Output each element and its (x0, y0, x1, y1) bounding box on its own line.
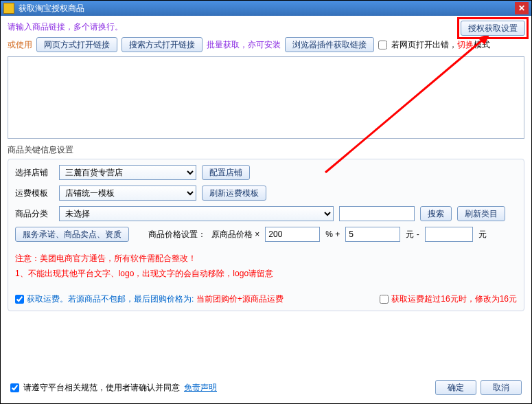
auth-settings-button[interactable]: 授权获取设置 (461, 21, 525, 36)
batch-label: 批量获取，亦可安装 (207, 39, 281, 51)
titlebar: 获取淘宝授权商品 ✕ (1, 1, 531, 16)
open-web-button[interactable]: 网页方式打开链接 (36, 37, 117, 52)
config-shop-button[interactable]: 配置店铺 (202, 165, 250, 180)
app-icon (3, 3, 14, 14)
open-search-button[interactable]: 搜索方式打开链接 (122, 37, 203, 52)
get-shipping-checkbox[interactable] (15, 295, 24, 304)
key-info-title: 商品关键信息设置 (8, 144, 524, 156)
plugin-button[interactable]: 浏览器插件获取链接 (285, 37, 374, 52)
agree-label: 请遵守平台相关规范，使用者请确认并同意 (23, 382, 180, 394)
template-label: 运费模板 (15, 188, 54, 199)
shop-select[interactable]: 三麓百货专营店 (59, 165, 196, 180)
input-hint: 请输入商品链接，多个请换行。 (8, 21, 123, 33)
price-sub-input[interactable] (425, 227, 473, 242)
percent-label: % + (325, 229, 340, 239)
shipping-cap-label: 获取运费超过16元时，修改为16元 (391, 293, 517, 305)
price-add-input[interactable] (345, 227, 400, 242)
agree-checkbox[interactable] (10, 383, 19, 392)
disclaimer-link[interactable]: 免责声明 (184, 382, 217, 394)
notice-line-2: 1、不能出现其他平台文字、logo，出现文字的会自动移除，logo请留意 (15, 267, 517, 282)
refresh-template-button[interactable]: 刷新运费模板 (202, 186, 266, 201)
shipping-cap-checkbox[interactable] (380, 295, 389, 304)
price-label: 商品价格设置： (148, 229, 206, 240)
category-search-input[interactable] (339, 206, 415, 221)
error-switch-label: 若网页打开出错，切换模式 (391, 39, 490, 51)
ok-button[interactable]: 确定 (435, 380, 476, 395)
notice-line-1: 注意：美团电商官方通告，所有软件需配合整改！ (15, 251, 517, 267)
category-label: 商品分类 (15, 208, 54, 220)
price-formula-text: 原商品价格 × (211, 229, 259, 240)
get-shipping-label: 获取运费。若源商品不包邮，最后团购价格为: 当前团购价+源商品运费 (27, 293, 284, 305)
category-select[interactable]: 未选择 (59, 206, 334, 221)
yuan-label: 元 (478, 229, 487, 240)
price-multiplier-input[interactable] (265, 227, 320, 242)
error-switch-checkbox[interactable] (378, 41, 387, 49)
template-select[interactable]: 店铺统一模板 (59, 186, 196, 201)
search-button[interactable]: 搜索 (420, 206, 452, 221)
refresh-category-button[interactable]: 刷新类目 (457, 206, 505, 221)
auth-callout: 授权获取设置 (457, 17, 529, 39)
shop-label: 选择店铺 (15, 167, 54, 179)
settings-group: 选择店铺 三麓百货专营店 配置店铺 运费模板 店铺统一模板 刷新运费模板 商品分… (8, 159, 524, 311)
cancel-button[interactable]: 取消 (481, 380, 522, 395)
window-title: 获取淘宝授权商品 (19, 3, 515, 14)
notice-block: 注意：美团电商官方通告，所有软件需配合整改！ 1、不能出现其他平台文字、logo… (15, 251, 517, 281)
close-button[interactable]: ✕ (515, 2, 529, 14)
links-textarea[interactable] (8, 56, 524, 139)
or-use-label: 或使用 (8, 39, 32, 51)
yuan-minus-label: 元 - (406, 229, 419, 240)
service-promise-button[interactable]: 服务承诺、商品卖点、资质 (15, 227, 129, 242)
